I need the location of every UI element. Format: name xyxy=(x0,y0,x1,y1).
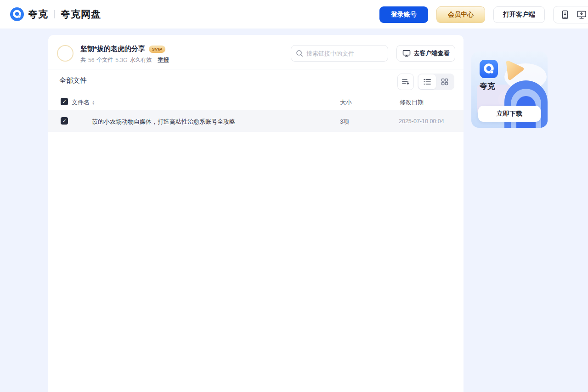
view-in-client-label: 去客户端查看 xyxy=(414,49,450,57)
sharer-avatar xyxy=(57,45,74,62)
desktop-download-icon[interactable] xyxy=(577,10,587,20)
share-total-size: 5.3G xyxy=(115,57,127,63)
file-date: 2025-07-10 00:04 xyxy=(399,118,444,125)
download-apps-group xyxy=(553,6,588,23)
share-content-card: 坚韧*拔的老虎的分享 SVIP 共 56 个文件 5.3G 永久有效 举报 去客… xyxy=(48,35,464,392)
section-divider xyxy=(48,69,464,69)
report-link[interactable]: 举报 xyxy=(158,56,169,64)
column-header-name: 文件名 ▲ ▼ xyxy=(72,98,95,107)
member-center-button[interactable]: 会员中心 xyxy=(436,6,485,23)
share-file-count: 56 xyxy=(88,57,94,63)
svip-badge: SVIP xyxy=(149,45,166,53)
name-sort-arrows[interactable]: ▲ ▼ xyxy=(92,100,95,105)
share-meta: 共 56 个文件 5.3G 永久有效 举报 xyxy=(80,56,169,64)
view-in-client-button[interactable]: 去客户端查看 xyxy=(396,45,455,62)
share-meta-unit: 个文件 xyxy=(96,56,113,64)
brand-product-name: 夸克网盘 xyxy=(61,8,101,21)
table-header: ✓ 文件名 ▲ ▼ 大小 修改日期 xyxy=(48,96,464,109)
file-name[interactable]: 苡的小农场动物自媒体，打造高粘性治愈系账号全攻略 xyxy=(92,118,235,126)
column-header-size: 大小 xyxy=(340,98,352,107)
file-size: 3项 xyxy=(340,118,349,126)
row-checkbox[interactable]: ✓ xyxy=(61,117,68,125)
share-title: 坚韧*拔的老虎的分享 xyxy=(80,45,145,53)
select-all-checkbox[interactable]: ✓ xyxy=(61,98,68,105)
all-files-title: 全部文件 xyxy=(59,76,87,85)
share-title-row: 坚韧*拔的老虎的分享 SVIP xyxy=(80,45,165,53)
view-mode-toggle xyxy=(418,74,454,90)
brand-divider xyxy=(54,10,55,18)
topbar-actions: 登录账号 会员中心 打开客户端 xyxy=(379,6,588,23)
open-client-button[interactable]: 打开客户端 xyxy=(493,6,545,23)
search-input[interactable] xyxy=(306,50,387,57)
quark-logo-icon xyxy=(10,7,24,21)
share-validity: 永久有效 xyxy=(130,56,152,64)
monitor-icon xyxy=(402,50,411,57)
app-download-promo-card[interactable]: 夸克 立即下载 xyxy=(471,51,548,128)
sort-order-button[interactable] xyxy=(397,74,414,90)
brand: 夸克 夸克网盘 xyxy=(10,0,101,28)
download-now-button[interactable]: 立即下载 xyxy=(478,106,541,122)
login-button[interactable]: 登录账号 xyxy=(379,6,428,23)
column-name-label: 文件名 xyxy=(72,98,90,107)
search-icon xyxy=(296,50,303,57)
list-view-button[interactable] xyxy=(418,74,436,89)
quark-app-icon xyxy=(480,60,498,78)
promo-app-name: 夸克 xyxy=(480,81,495,91)
sort-icon xyxy=(401,78,410,85)
grid-view-button[interactable] xyxy=(436,74,453,89)
table-row[interactable]: ✓ 苡的小农场动物自媒体，打造高粘性治愈系账号全攻略 3项 2025-07-10… xyxy=(48,110,464,132)
list-view-icon xyxy=(424,79,431,85)
top-bar: 夸克 夸克网盘 登录账号 会员中心 打开客户端 xyxy=(0,0,588,28)
brand-name: 夸克 xyxy=(28,8,48,21)
mobile-download-icon[interactable] xyxy=(560,10,570,20)
checkbox-check-icon: ✓ xyxy=(62,99,66,105)
share-meta-prefix: 共 xyxy=(80,56,86,64)
column-header-date: 修改日期 xyxy=(400,98,424,107)
checkbox-check-icon: ✓ xyxy=(62,118,66,124)
caret-down-icon: ▼ xyxy=(92,102,95,105)
file-search-box[interactable] xyxy=(291,45,388,62)
grid-view-icon xyxy=(441,78,448,85)
